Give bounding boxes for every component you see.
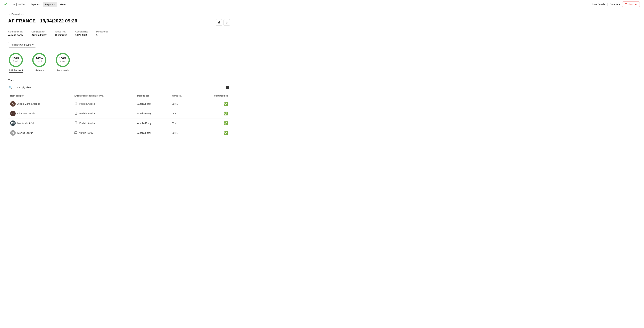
cell-nom: ML Monica Lebrun [8, 128, 72, 138]
svg-text:4 sur 4: 4 sur 4 [60, 60, 66, 62]
cell-device: Aurelia Farey [72, 128, 135, 138]
circle-personnels[interactable]: 100% 4 sur 4 Personnels [55, 52, 70, 72]
meta-temps-total: Temps total 16 minutes [55, 30, 67, 36]
device-name: iPad de Aurelia [79, 102, 95, 105]
navbar-right: SIA - Aurelia | Compte ▾ 🛡 Évacuer [592, 1, 640, 7]
filter-icon: ≡ [17, 86, 18, 89]
circle-visiteurs[interactable]: 100% 1 sur 1 Visiteurs [32, 52, 47, 72]
svg-text:1 sur 1: 1 sur 1 [37, 60, 42, 62]
svg-rect-12 [75, 102, 77, 105]
person-name: Charlotte Dubois [17, 112, 35, 115]
meta-value-complete: Aurelia Farey [32, 34, 46, 36]
person-name: Monica Lebrun [17, 132, 33, 134]
meta-value-participants: 1 [96, 34, 98, 36]
page-title: AF FRANCE - 19/04/2022 09:26 [8, 18, 77, 24]
circle-tout[interactable]: 100% 5 sur 5 Afficher tout [8, 52, 24, 72]
search-icon: 🔍 [9, 86, 12, 89]
check-icon: ✅ [224, 121, 228, 125]
meta-value-comptabilise: 100% (5/5) [75, 34, 87, 36]
device-name: iPad de Aurelia [79, 112, 95, 115]
cell-comptabilise: ✅ [196, 118, 230, 128]
svg-rect-18 [75, 132, 77, 133]
print-button[interactable]: 🖨 [216, 19, 222, 26]
device-icon [74, 121, 78, 125]
evacuer-label: Évacuer [628, 3, 637, 6]
nav-links: Aujourd'hui Espaces Rapports Gérer [11, 2, 592, 7]
person-name: Alizée Marine Jacobs [17, 102, 40, 105]
toolbar-left: 🔍 ≡ Apply Filter [8, 85, 32, 90]
device-icon [74, 102, 78, 106]
circles-row: 100% 5 sur 5 Afficher tout 100% 1 sur 1 … [8, 52, 230, 72]
person-name: Martin Montréal [17, 122, 34, 125]
logo-icon: ✔ [4, 2, 7, 7]
cell-nom: CD Charlotte Dubois [8, 109, 72, 118]
cell-marque-par: Aurelia Farey [135, 118, 170, 128]
table-header: Nom complet Enregistrement d'entrée via … [8, 93, 230, 99]
svg-text:100%: 100% [36, 57, 43, 60]
svg-point-5 [33, 53, 46, 66]
header-actions: 🖨 🗑 [216, 19, 230, 26]
cell-marque-par: Aurelia Farey [135, 99, 170, 109]
svg-text:100%: 100% [12, 57, 20, 60]
nav-divider: | [607, 3, 608, 6]
avatar: MM [10, 120, 16, 126]
page-header: AF FRANCE - 19/04/2022 09:26 🖨 🗑 [8, 18, 230, 26]
meta-complete-par: Complété par Aurelia Farey [32, 30, 46, 36]
meta-label-participants: Participants [96, 30, 108, 33]
meta-label-complete: Complété par [32, 30, 46, 33]
circle-label-tout: Afficher tout [9, 69, 23, 72]
section-title: Tout [8, 79, 230, 82]
col-marque-par: Marqué par [135, 93, 170, 99]
evacuer-button[interactable]: 🛡 Évacuer [622, 1, 640, 7]
nav-gerer[interactable]: Gérer [58, 2, 68, 7]
table-toolbar: 🔍 ≡ Apply Filter [8, 85, 230, 90]
breadcrumb[interactable]: ← Evacuations [8, 13, 230, 15]
circle-label-visiteurs: Visiteurs [35, 69, 44, 72]
device-name: Aurelia Farey [79, 132, 93, 134]
chevron-down-icon: ▾ [619, 3, 620, 6]
table-body: AJ Alizée Marine Jacobs iPad de Aurelia … [8, 99, 230, 138]
nav-espaces[interactable]: Espaces [28, 2, 42, 7]
group-filter-button[interactable]: Afficher par groupe ▾ [8, 42, 36, 47]
cell-comptabilise: ✅ [196, 109, 230, 118]
search-button[interactable]: 🔍 [8, 85, 13, 90]
chevron-down-icon: ▾ [32, 43, 34, 46]
nav-rapports[interactable]: Rapports [43, 2, 57, 7]
org-name: SIA - Aurelia [592, 3, 605, 6]
meta-comptabilise: Comptabilisé 100% (5/5) [75, 30, 88, 36]
table-row: AJ Alizée Marine Jacobs iPad de Aurelia … [8, 99, 230, 109]
shield-icon: 🛡 [625, 3, 628, 6]
columns-icon [226, 86, 229, 89]
table-row: ML Monica Lebrun Aurelia Farey Aurelia F… [8, 128, 230, 138]
cell-marque-par: Aurelia Farey [135, 128, 170, 138]
meta-label-temps: Temps total [55, 30, 67, 33]
col-enregistrement: Enregistrement d'entrée via [72, 93, 135, 99]
meta-label-commence: Commencé par [8, 30, 23, 33]
cell-nom: AJ Alizée Marine Jacobs [8, 99, 72, 109]
svg-point-9 [56, 53, 69, 66]
col-marque-a: Marqué à [170, 93, 196, 99]
check-icon: ✅ [224, 131, 228, 135]
meta-value-commence: Aurelia Farey [8, 34, 23, 36]
circle-label-personnels: Personnels [57, 69, 69, 72]
circle-chart-personnels: 100% 4 sur 4 [55, 52, 70, 68]
meta-label-comptabilise: Comptabilisé [75, 30, 88, 33]
compte-label: Compte [610, 3, 618, 6]
col-nom: Nom complet [8, 93, 72, 99]
nav-aujourdhui[interactable]: Aujourd'hui [11, 2, 27, 7]
cell-comptabilise: ✅ [196, 99, 230, 109]
meta-participants: Participants 1 [96, 30, 108, 36]
columns-toggle-button[interactable] [225, 86, 230, 90]
cell-comptabilise: ✅ [196, 128, 230, 138]
compte-menu[interactable]: Compte ▾ [610, 3, 620, 6]
table-row: MM Martin Montréal iPad de Aurelia Aurel… [8, 118, 230, 128]
group-filter-label: Afficher par groupe [11, 43, 31, 46]
meta-value-temps: 16 minutes [55, 34, 67, 36]
apply-filter-button[interactable]: ≡ Apply Filter [15, 85, 32, 90]
delete-button[interactable]: 🗑 [224, 19, 230, 26]
avatar: AJ [10, 101, 16, 107]
circle-chart-tout: 100% 5 sur 5 [8, 52, 24, 68]
svg-rect-16 [75, 122, 77, 124]
filter-label: Apply Filter [19, 86, 31, 89]
breadcrumb-label: Evacuations [12, 13, 24, 15]
